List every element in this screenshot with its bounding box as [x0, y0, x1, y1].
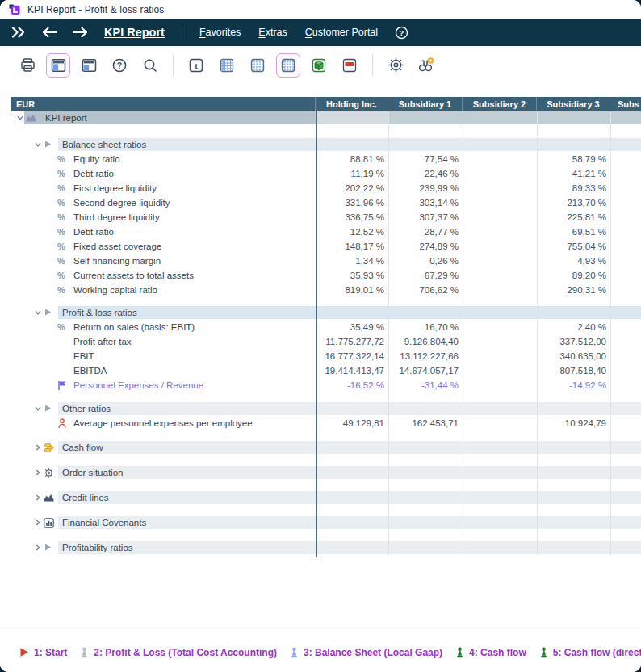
- value-cell[interactable]: 755,04 %: [537, 242, 606, 251]
- chevron-right-icon[interactable]: [34, 519, 42, 527]
- value-cell[interactable]: 88,81 %: [316, 154, 384, 164]
- chevron-right-icon[interactable]: [34, 544, 42, 552]
- value-cell[interactable]: 225,81 %: [537, 212, 606, 222]
- layout-master-detail-button[interactable]: [46, 53, 70, 78]
- value-cell[interactable]: 337.512,00: [537, 337, 606, 346]
- value-cell[interactable]: 807.518,40: [537, 366, 606, 376]
- nav-menu-extras[interactable]: Extras: [258, 27, 287, 38]
- row-ebit[interactable]: EBIT16.777.322,1413.112.227,66340.635,00: [11, 349, 641, 363]
- value-cell[interactable]: 162.453,71: [388, 418, 459, 428]
- back-arrow-icon[interactable]: [41, 27, 58, 38]
- chevron-right-icon[interactable]: [34, 443, 42, 452]
- chevron-down-icon[interactable]: [34, 405, 42, 413]
- row-credit-lines[interactable]: Credit lines: [11, 490, 641, 505]
- nav-page-title[interactable]: KPI Report: [104, 26, 165, 39]
- value-cell[interactable]: 35,49 %: [316, 322, 384, 332]
- value-cell[interactable]: 290,31 %: [537, 285, 606, 295]
- row-kpi-report[interactable]: KPI report: [11, 111, 641, 125]
- chevron-right-icon[interactable]: [34, 468, 42, 477]
- row-financial-covenants[interactable]: Financial Covenants: [11, 515, 641, 530]
- value-cell[interactable]: 148,17 %: [316, 242, 384, 251]
- row-other-ratios[interactable]: Other ratios: [11, 401, 641, 416]
- value-cell[interactable]: 11.775.277,72: [316, 337, 384, 346]
- value-cell[interactable]: -14,92 %: [537, 380, 606, 390]
- value-cell[interactable]: 274,89 %: [388, 242, 459, 251]
- row-balance-sheet-ratios[interactable]: Balance sheet ratios: [11, 137, 641, 152]
- report-view-button[interactable]: [337, 53, 362, 78]
- value-cell[interactable]: 9.126.804,40: [388, 337, 459, 346]
- chevron-down-icon[interactable]: [16, 114, 24, 122]
- cube-view-button[interactable]: [307, 53, 331, 78]
- value-cell[interactable]: 4,93 %: [537, 256, 606, 266]
- layout-split-button[interactable]: [77, 53, 101, 78]
- value-cell[interactable]: 202,22 %: [316, 183, 384, 193]
- value-cell[interactable]: 16,70 %: [388, 322, 459, 332]
- collapse-sidebar-icon[interactable]: [10, 26, 27, 39]
- value-cell[interactable]: 22,46 %: [388, 169, 459, 178]
- value-cell[interactable]: 89,20 %: [537, 271, 606, 280]
- table-view-filled-button[interactable]: [245, 53, 270, 78]
- row-profit-loss-ratios[interactable]: Profit & loss ratios: [11, 305, 641, 320]
- row-cash-flow[interactable]: Cash flow: [11, 440, 641, 455]
- value-cell[interactable]: 1,34 %: [316, 256, 384, 266]
- row-self-financing-margin[interactable]: %Self-financing margin1,34 %0,26 %4,93 %: [11, 254, 641, 268]
- column-header-subsidiary-2[interactable]: Subsidiary 2: [463, 97, 537, 111]
- row-first-degree-liquidity[interactable]: %First degree liquidity202,22 %239,99 %8…: [11, 181, 641, 195]
- row-debt-ratio[interactable]: %Debt ratio11,19 %22,46 %41,21 %: [11, 166, 641, 181]
- value-cell[interactable]: 67,29 %: [388, 271, 459, 280]
- value-cell[interactable]: 14.674.057,17: [388, 366, 459, 376]
- text-view-button[interactable]: t: [184, 53, 208, 78]
- chevron-down-icon[interactable]: [34, 309, 42, 317]
- value-cell[interactable]: 77,54 %: [388, 154, 459, 164]
- row-fixed-asset-coverage[interactable]: %Fixed asset coverage148,17 %274,89 %755…: [11, 239, 641, 254]
- column-header-holding-inc[interactable]: Holding Inc.: [316, 97, 388, 111]
- value-cell[interactable]: 49.129,81: [316, 418, 384, 428]
- value-cell[interactable]: 58,79 %: [537, 154, 606, 164]
- row-working-capital-ratio[interactable]: %Working capital ratio819,01 %706,62 %29…: [11, 283, 641, 297]
- value-cell[interactable]: 89,33 %: [537, 183, 606, 193]
- value-cell[interactable]: 336,75 %: [316, 212, 384, 222]
- value-cell[interactable]: 10.924,79: [537, 418, 606, 428]
- table-view-compact-button[interactable]: [215, 53, 239, 78]
- value-cell[interactable]: 16.777.322,14: [316, 351, 384, 361]
- sheet-tab-5-cash-flow-direct[interactable]: 5: Cash flow (direct: [539, 647, 641, 658]
- column-header-subsidiary-1[interactable]: Subsidiary 1: [388, 97, 463, 111]
- row-ebitda[interactable]: EBITDA19.414.413,4714.674.057,17807.518,…: [11, 363, 641, 378]
- value-cell[interactable]: 28,77 %: [388, 227, 459, 237]
- sheet-tab-1-start[interactable]: 1: Start: [19, 647, 67, 658]
- value-cell[interactable]: 307,37 %: [388, 212, 459, 222]
- value-cell[interactable]: 19.414.413,47: [316, 366, 384, 376]
- row-third-degree-liquidity[interactable]: %Third degree liquidity336,75 %307,37 %2…: [11, 210, 641, 225]
- settings-button[interactable]: [383, 53, 408, 78]
- nav-menu-favorites[interactable]: Favorites: [199, 27, 241, 38]
- chevron-down-icon[interactable]: [34, 141, 42, 149]
- row-average-personnel-expenses-per-employee[interactable]: Average personnel expenses per employee4…: [11, 416, 641, 430]
- row-second-degree-liquidity[interactable]: %Second degree liquidity331,96 %303,14 %…: [11, 195, 641, 210]
- value-cell[interactable]: 12,52 %: [316, 227, 384, 237]
- value-cell[interactable]: 69,51 %: [537, 227, 606, 237]
- row-current-assets-to-total-assets[interactable]: %Current assets to total assets35,93 %67…: [11, 268, 641, 283]
- sheet-tab-4-cash-flow[interactable]: 4: Cash flow: [455, 647, 526, 658]
- value-cell[interactable]: 706,62 %: [388, 285, 459, 295]
- sheet-tab-3-balance-sheet-local-gaap[interactable]: 3: Balance Sheet (Local Gaap): [290, 647, 442, 658]
- value-cell[interactable]: 35,93 %: [316, 271, 384, 280]
- row-return-on-sales-basis-ebit[interactable]: %Return on sales (basis: EBIT)35,49 %16,…: [11, 320, 641, 334]
- value-cell[interactable]: 41,21 %: [537, 169, 606, 178]
- value-cell[interactable]: 239,99 %: [388, 183, 459, 193]
- value-cell[interactable]: 340.635,00: [537, 351, 606, 361]
- row-profit-after-tax[interactable]: Profit after tax11.775.277,729.126.804,4…: [11, 334, 641, 349]
- value-cell[interactable]: 819,01 %: [316, 285, 384, 295]
- row-equity-ratio[interactable]: %Equity ratio88,81 %77,54 %58,79 %: [11, 152, 641, 166]
- chevron-right-icon[interactable]: [34, 494, 42, 502]
- nav-menu-customer-portal[interactable]: Customer Portal: [305, 27, 378, 38]
- row-personnel-expenses-revenue[interactable]: Personnel Expenses / Revenue-16,52 %-31,…: [11, 378, 641, 393]
- print-button[interactable]: [15, 53, 40, 78]
- search-button[interactable]: [138, 53, 162, 78]
- value-cell[interactable]: 303,14 %: [388, 198, 459, 208]
- row-profitability-ratios[interactable]: Profitability ratios: [11, 540, 641, 555]
- column-header-subs[interactable]: Subs: [610, 97, 641, 111]
- nav-help-icon[interactable]: ?: [395, 26, 408, 40]
- row-order-situation[interactable]: Order situation: [11, 465, 641, 480]
- value-cell[interactable]: -16,52 %: [316, 380, 384, 390]
- value-cell[interactable]: -31,44 %: [388, 380, 459, 390]
